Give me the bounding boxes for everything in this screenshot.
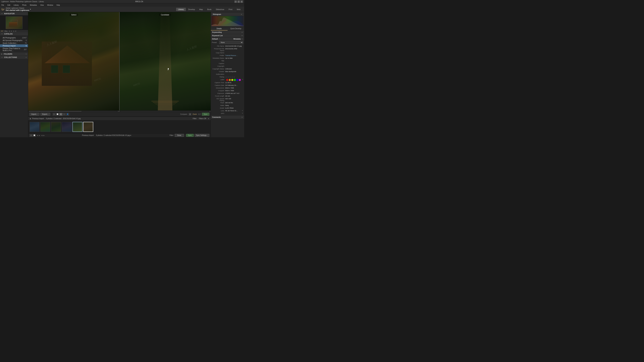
maximize-button[interactable]: □ (238, 0, 240, 3)
menu-view[interactable]: View (40, 4, 44, 6)
tab-slideshow[interactable]: Slideshow (214, 8, 226, 11)
compare-swap-btn[interactable]: ⇄ (189, 113, 191, 115)
keyword-list-arrow[interactable]: ▼ (241, 35, 243, 36)
fstrip-size-larger[interactable]: ▶ (39, 135, 40, 136)
view-loupe-btn[interactable]: ⬜ (56, 113, 59, 116)
previous-import-label: Previous Import (3, 45, 16, 47)
view-people-btn[interactable]: 👤 (66, 113, 69, 116)
tab-details[interactable]: Details (211, 27, 228, 30)
catalog-header[interactable]: ▼ Catalog (0, 32, 28, 36)
catalog-item-all-photos[interactable]: All Photographs 15497 (0, 36, 28, 39)
tab-map[interactable]: Map (197, 8, 205, 11)
menu-photo[interactable]: Photo (22, 4, 27, 6)
lens-expand[interactable]: ▼ (242, 110, 243, 111)
menu-window[interactable]: Window (46, 4, 54, 6)
left-photo-pane[interactable]: 人人素材 RRCG (28, 12, 119, 110)
meta-value-folder[interactable]: Tutorial Resour… (225, 54, 243, 56)
tab-print[interactable]: Print (226, 8, 234, 11)
star-4[interactable]: ☆ (231, 76, 233, 78)
zoom-fill[interactable]: FILL (5, 30, 8, 32)
collections-plus[interactable]: + (26, 56, 27, 58)
folders-header[interactable]: ▶ Folders + (0, 52, 28, 56)
label-yellow[interactable] (231, 79, 233, 81)
fstrip-scroll-prev[interactable]: ◀ (41, 135, 42, 136)
view-grid-btn[interactable]: ⊞ (53, 113, 56, 116)
keywording-header[interactable]: Keywording ▼ (211, 31, 244, 34)
label-dropdown[interactable]: ▼ (242, 79, 243, 80)
comments-arrow[interactable]: ▼ (241, 116, 243, 118)
catalog-item-quick-collection[interactable]: Quick Collection › 75 (0, 42, 28, 44)
star-3[interactable]: ☆ (229, 76, 231, 78)
tab-web[interactable]: Web (235, 8, 242, 11)
histogram-expand[interactable]: ▼ (241, 13, 242, 15)
view-survey-btn[interactable]: ⊡ (63, 113, 66, 116)
minimize-button[interactable]: — (234, 0, 237, 3)
menu-library[interactable]: Library (13, 4, 20, 6)
sync-button[interactable]: Sync (202, 113, 209, 116)
fstrip-grid-btn[interactable]: ⊞ (30, 134, 32, 137)
filmstrip-thumb-4[interactable] (62, 122, 72, 132)
label-green[interactable] (234, 79, 236, 81)
fstrip-size-small[interactable]: ◀ (37, 135, 38, 136)
fstrip-scroll-next[interactable]: ▶ (44, 135, 44, 136)
metadata-default-arrow[interactable]: ▼ (218, 38, 220, 40)
zoom-1-2[interactable]: 1 : 2 (13, 30, 16, 32)
app-name-main[interactable]: Get started with Lightroom (6, 9, 29, 11)
star-1[interactable]: ☆ (225, 76, 227, 78)
filmstrip-filter-arrow[interactable]: ▼ (208, 118, 209, 119)
import-button[interactable]: Import... (30, 113, 40, 116)
menu-file[interactable]: File (1, 4, 5, 6)
preset-select[interactable]: None (219, 41, 243, 44)
meta-value-filename[interactable]: DSC01039-Edit-3-5.jpg (225, 45, 243, 47)
filmstrip-filter-value[interactable]: Filters Off (199, 118, 206, 119)
tab-book[interactable]: Book (205, 8, 214, 11)
left-scrollbar[interactable] (29, 111, 117, 112)
menu-edit[interactable]: Edit (7, 4, 11, 6)
done-button[interactable]: Done (175, 134, 184, 137)
catalog-item-failed-photos[interactable]: Photos That Failed to Build a Pre… 207 (0, 47, 28, 52)
fstrip-loupe-btn[interactable]: ⬜ (33, 134, 36, 137)
navigator-thumbnail[interactable] (6, 16, 22, 29)
menu-help[interactable]: Help (56, 4, 61, 6)
metadata-arrow[interactable]: ▼ (241, 38, 243, 40)
tab-quick-develop[interactable]: Quick Develop (228, 27, 244, 30)
tab-develop[interactable]: Develop (186, 8, 197, 11)
gps-expand[interactable]: ▼ (242, 112, 243, 114)
filmstrip-sync-button[interactable]: Sync (186, 134, 194, 137)
label-red[interactable] (226, 79, 228, 81)
menu-metadata[interactable]: Metadata (29, 4, 38, 6)
navigator-header[interactable]: ▼ Navigator (0, 12, 28, 15)
zoom-fit[interactable]: FIT (1, 30, 3, 32)
metadata-header[interactable]: Default ▼ Metadata ▼ (211, 37, 244, 41)
catalog-item-synced[interactable]: All Synced Photographs 0 (0, 39, 28, 42)
keyword-list-header[interactable]: Keyword List ▼ (211, 34, 244, 37)
filmstrip-thumb-5[interactable] (72, 122, 82, 132)
filmstrip-nav-prev[interactable]: ◀ (30, 118, 31, 119)
zoom-1-1[interactable]: 1 : 1 (9, 30, 12, 32)
star-2[interactable]: ☆ (227, 76, 229, 78)
tab-library[interactable]: Library (176, 8, 186, 11)
label-blue[interactable] (236, 79, 238, 81)
label-orange[interactable] (229, 79, 231, 81)
histogram-header[interactable]: Histogram ▼ (212, 13, 244, 16)
star-5[interactable]: ☆ (233, 76, 235, 78)
collections-header[interactable]: ▼ Collections + (0, 56, 28, 59)
filmstrip-thumb-3[interactable] (51, 122, 61, 132)
folders-plus[interactable]: + (26, 53, 27, 55)
label-purple[interactable] (239, 79, 241, 81)
zoom-label[interactable]: Zoom (192, 113, 197, 115)
keywording-arrow[interactable]: ▼ (241, 31, 243, 33)
right-scrollbar[interactable] (121, 111, 209, 112)
filmstrip-thumb-6[interactable] (83, 122, 93, 132)
close-button[interactable]: × (240, 0, 243, 3)
catalog-item-previous-import[interactable]: Previous Import 6 (0, 44, 28, 47)
comments-header[interactable]: Comments ▼ (211, 116, 244, 119)
sync-settings-button[interactable]: Sync Settings... (195, 134, 209, 137)
app-name-arrow[interactable]: ▼ (30, 8, 31, 10)
meta-value-creator[interactable]: luke stockpoole (225, 70, 243, 72)
export-button[interactable]: Export... (40, 113, 50, 116)
filmstrip-thumb-2[interactable] (40, 122, 50, 132)
view-compare-btn[interactable]: ⧉ (59, 113, 62, 116)
filmstrip-thumb-1[interactable] (30, 122, 40, 132)
right-photo-pane[interactable]: 人人素材 RRCG (120, 12, 211, 110)
